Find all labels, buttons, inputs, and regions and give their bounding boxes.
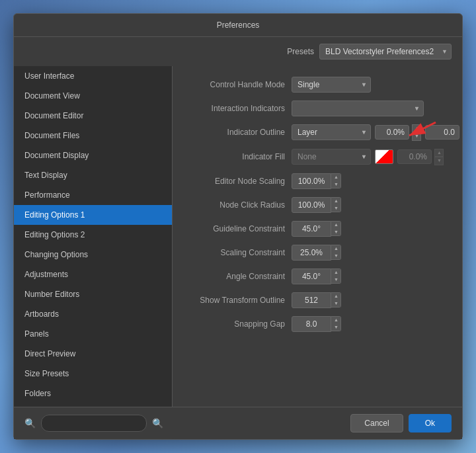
sidebar-item-document-files[interactable]: Document Files: [14, 126, 172, 145]
search-icon: 🔍: [24, 418, 36, 429]
field-control-7: ▲▼: [292, 245, 341, 261]
field-control-2: LayerNone▼▲▼▲▼: [292, 124, 462, 141]
spinner-up-9[interactable]: ▲: [331, 293, 340, 300]
num-input-2-1[interactable]: [375, 125, 409, 140]
field-label-5: Node Click Radius: [186, 200, 292, 210]
field-control-4: ▲▼: [292, 173, 341, 189]
sidebar-item-adjustments[interactable]: Adjustments: [14, 265, 172, 284]
spinner-input-9[interactable]: [292, 292, 331, 308]
field-control-8: ▲▼: [292, 268, 341, 284]
title-bar: Preferences: [14, 14, 462, 37]
spinner-up-10[interactable]: ▲: [331, 317, 340, 323]
num-input-fill-3[interactable]: [397, 149, 432, 164]
num-input-2-2[interactable]: [425, 125, 459, 140]
sidebar-item-number-editors[interactable]: Number Editors: [14, 284, 172, 304]
field-label-7: Scaling Constraint: [186, 248, 292, 257]
spinner-input-8[interactable]: [292, 268, 331, 284]
spinner-down-10[interactable]: ▼: [331, 324, 340, 331]
spinner-up-6[interactable]: ▲: [331, 222, 340, 228]
form-row-5: Node Click Radius▲▼: [186, 197, 449, 213]
search-input[interactable]: [41, 415, 147, 432]
main-area: User InterfaceDocument ViewDocument Edit…: [14, 66, 462, 407]
spinner-down-9[interactable]: ▼: [331, 300, 340, 307]
field-control-1: Option 1Option 2▼: [292, 101, 424, 116]
field-label-10: Snapping Gap: [186, 319, 292, 329]
form-row-8: Angle Constraint▲▼: [186, 268, 449, 284]
spinner-up-2-1[interactable]: ▲: [412, 124, 421, 132]
field-control-3: NoneLayer▼▲▼: [292, 149, 444, 165]
field-label-9: Show Transform Outline: [186, 296, 292, 305]
sidebar-item-size-presets[interactable]: Size Presets: [14, 364, 172, 384]
spinner-down-4[interactable]: ▼: [331, 181, 340, 188]
form-row-7: Scaling Constraint▲▼: [186, 245, 449, 261]
form-row-6: Guideline Constraint▲▼: [186, 221, 449, 237]
spinner-down-fill-3[interactable]: ▼: [434, 157, 444, 165]
sidebar-item-document-display[interactable]: Document Display: [14, 145, 172, 165]
field-label-6: Guideline Constraint: [186, 224, 292, 233]
sidebar-item-folders[interactable]: Folders: [14, 384, 172, 403]
sidebar-item-panels[interactable]: Panels: [14, 324, 172, 344]
dialog-title: Preferences: [217, 21, 260, 30]
field-label-0: Control Handle Mode: [186, 80, 292, 89]
field-control-10: ▲▼: [292, 316, 341, 332]
form-row-10: Snapping Gap▲▼: [186, 316, 449, 332]
select-outline-2[interactable]: LayerNone: [292, 124, 371, 140]
cancel-button[interactable]: Cancel: [350, 414, 403, 432]
field-label-4: Editor Node Scaling: [186, 177, 292, 186]
sidebar-item-user-interface[interactable]: User Interface: [14, 66, 172, 86]
select-fill-3[interactable]: NoneLayer: [292, 149, 371, 165]
spinner-up-fill-3[interactable]: ▲: [434, 149, 444, 157]
spinner-input-5[interactable]: [292, 197, 331, 213]
sidebar-item-editing-options-2[interactable]: Editing Options 2: [14, 225, 172, 245]
sidebar-item-document-view[interactable]: Document View: [14, 86, 172, 106]
field-control-5: ▲▼: [292, 197, 341, 213]
spinner-input-10[interactable]: [292, 316, 331, 332]
form-row-4: Editor Node Scaling▲▼: [186, 173, 449, 189]
spinner-input-4[interactable]: [292, 173, 331, 189]
sidebar-item-performance[interactable]: Performance: [14, 185, 172, 205]
form-row-3: Indicator FillNoneLayer▼▲▼: [186, 149, 449, 165]
field-control-9: ▲▼: [292, 292, 341, 308]
bottom-bar: 🔍 🔍 Cancel Ok: [14, 407, 462, 439]
spinner-up-7[interactable]: ▲: [331, 245, 340, 252]
form-row-2: Indicator OutlineLayerNone▼▲▼▲▼: [186, 124, 449, 141]
preferences-dialog: Preferences Presets BLD Vectorstyler Pre…: [13, 13, 463, 440]
spinner-down-2-1[interactable]: ▼: [412, 132, 421, 140]
sidebar-item-document-editor[interactable]: Document Editor: [14, 106, 172, 126]
sidebar-item-direct-preview[interactable]: Direct Preview: [14, 344, 172, 364]
spinner-input-7[interactable]: [292, 245, 331, 261]
search-area: 🔍 🔍: [24, 415, 163, 432]
sidebar-item-artboards[interactable]: Artboards: [14, 304, 172, 324]
select-wide-1[interactable]: Option 1Option 2: [292, 101, 424, 116]
spinner-down-8[interactable]: ▼: [331, 276, 340, 283]
form-row-0: Control Handle ModeSingleMultiple▼: [186, 77, 449, 93]
field-control-0: SingleMultiple▼: [292, 77, 371, 93]
spinner-up-8[interactable]: ▲: [331, 269, 340, 276]
presets-bar: Presets BLD Vectorstyler Preferences2: [14, 37, 462, 66]
sidebar-item-editing-options-1[interactable]: Editing Options 1: [14, 205, 172, 225]
presets-select[interactable]: BLD Vectorstyler Preferences2: [319, 44, 452, 60]
sidebar-item-changing-options[interactable]: Changing Options: [14, 245, 172, 265]
form-rows: Control Handle ModeSingleMultiple▼Intera…: [186, 77, 449, 332]
select-0[interactable]: SingleMultiple: [292, 77, 371, 93]
sidebar: User InterfaceDocument ViewDocument Edit…: [14, 66, 173, 407]
form-row-9: Show Transform Outline▲▼: [186, 292, 449, 308]
ok-button[interactable]: Ok: [409, 414, 452, 432]
sidebar-item-text-display[interactable]: Text Display: [14, 165, 172, 185]
field-label-2: Indicator Outline: [186, 128, 292, 137]
spinner-input-6[interactable]: [292, 221, 331, 237]
presets-wrapper: BLD Vectorstyler Preferences2: [319, 44, 452, 60]
spinner-down-6[interactable]: ▼: [331, 229, 340, 235]
field-label-8: Angle Constraint: [186, 272, 292, 281]
zoom-icon[interactable]: 🔍: [152, 418, 163, 429]
field-label-1: Interaction Indicators: [186, 104, 292, 113]
presets-label: Presets: [287, 47, 314, 56]
spinner-up-5[interactable]: ▲: [331, 198, 340, 204]
field-control-6: ▲▼: [292, 221, 341, 237]
color-swatch-3[interactable]: [375, 149, 393, 164]
form-row-1: Interaction IndicatorsOption 1Option 2▼: [186, 101, 449, 116]
spinner-down-5[interactable]: ▼: [331, 205, 340, 212]
spinner-down-7[interactable]: ▼: [331, 253, 340, 259]
dialog-buttons: Cancel Ok: [350, 414, 452, 432]
spinner-up-4[interactable]: ▲: [331, 174, 340, 181]
